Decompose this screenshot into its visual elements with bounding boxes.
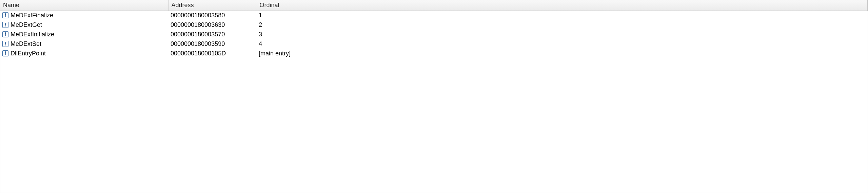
exports-table-container: Name Address Ordinal iMeDExtFinalize0000…: [0, 0, 868, 193]
cell-address: 000000018000105D: [169, 49, 257, 58]
export-ordinal: [main entry]: [259, 50, 291, 57]
export-name: MeDExtFinalize: [11, 12, 53, 19]
cell-name: fMeDExtGet: [0, 20, 169, 30]
function-icon: f: [2, 22, 8, 28]
info-icon: i: [2, 12, 8, 18]
info-icon: i: [2, 50, 8, 56]
export-ordinal: 1: [259, 12, 262, 19]
export-address: 0000000180003570: [171, 31, 225, 38]
table-row[interactable]: iMeDExtInitialize00000001800035703: [0, 30, 868, 39]
table-header: Name Address Ordinal: [0, 0, 868, 11]
cell-name: iMeDExtInitialize: [0, 30, 169, 39]
exports-table: Name Address Ordinal iMeDExtFinalize0000…: [0, 0, 868, 58]
cell-address: 0000000180003580: [169, 11, 257, 20]
export-name: DllEntryPoint: [11, 50, 46, 57]
table-row[interactable]: iDllEntryPoint000000018000105D[main entr…: [0, 49, 868, 58]
column-header-name[interactable]: Name: [0, 0, 169, 11]
cell-ordinal: 3: [257, 30, 868, 39]
export-name: MeDExtInitialize: [11, 31, 54, 38]
table-row[interactable]: fMeDExtGet00000001800036302: [0, 20, 868, 30]
export-name: MeDExtSet: [11, 40, 41, 48]
export-ordinal: 4: [259, 40, 262, 47]
column-header-address[interactable]: Address: [169, 0, 257, 11]
export-address: 0000000180003630: [171, 21, 225, 28]
cell-ordinal: 4: [257, 39, 868, 49]
export-address: 000000018000105D: [171, 50, 226, 57]
info-icon: i: [2, 31, 8, 37]
cell-address: 0000000180003570: [169, 30, 257, 39]
cell-ordinal: 2: [257, 20, 868, 30]
export-name: MeDExtGet: [11, 21, 42, 29]
cell-address: 0000000180003630: [169, 20, 257, 30]
cell-address: 0000000180003590: [169, 39, 257, 49]
table-body: iMeDExtFinalize00000001800035801fMeDExtG…: [0, 11, 868, 58]
export-ordinal: 2: [259, 21, 262, 28]
function-icon: f: [2, 41, 8, 47]
cell-name: iDllEntryPoint: [0, 49, 169, 58]
column-header-ordinal[interactable]: Ordinal: [257, 0, 868, 11]
export-address: 0000000180003590: [171, 40, 225, 47]
cell-ordinal: [main entry]: [257, 49, 868, 58]
cell-name: iMeDExtFinalize: [0, 11, 169, 20]
table-row[interactable]: fMeDExtSet00000001800035904: [0, 39, 868, 49]
export-address: 0000000180003580: [171, 12, 225, 19]
export-ordinal: 3: [259, 31, 262, 38]
table-row[interactable]: iMeDExtFinalize00000001800035801: [0, 11, 868, 20]
cell-name: fMeDExtSet: [0, 39, 169, 49]
cell-ordinal: 1: [257, 11, 868, 20]
